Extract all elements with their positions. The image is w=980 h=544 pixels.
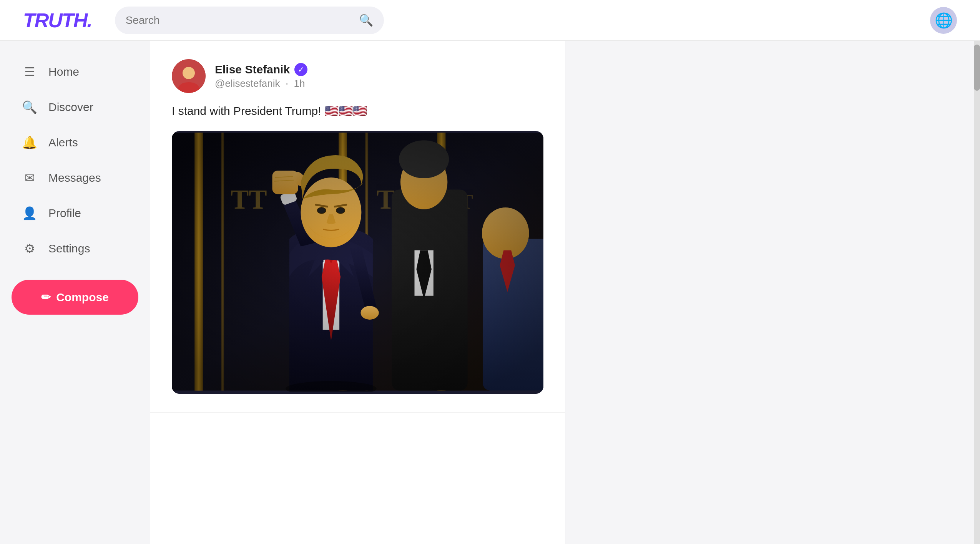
post-image[interactable]: TT TT TT [172, 131, 543, 394]
post-name-row: Elise Stefanik ✓ [215, 63, 307, 76]
alerts-icon: 🔔 [22, 135, 37, 150]
sidebar-item-label: Home [48, 65, 79, 78]
compose-icon: ✏ [41, 290, 51, 304]
sidebar-item-settings[interactable]: ⚙ Settings [12, 233, 138, 264]
sidebar-item-label: Profile [48, 207, 81, 220]
post-handle: @elisestefanik [215, 78, 280, 89]
compose-button[interactable]: ✏ Compose [12, 280, 138, 315]
post-meta: Elise Stefanik ✓ @elisestefanik · 1h [215, 63, 307, 90]
messages-icon: ✉ [22, 171, 37, 185]
right-panel [565, 41, 980, 544]
app-logo: TRUTH. [23, 9, 92, 32]
scrollbar-thumb[interactable] [974, 45, 980, 91]
search-icon: 🔍 [359, 13, 373, 27]
compose-label: Compose [56, 291, 109, 304]
header-right: 🌐 [930, 7, 957, 34]
post-text: I stand with President Trump! 🇺🇸🇺🇸🇺🇸 [172, 102, 543, 119]
settings-icon: ⚙ [22, 241, 37, 256]
sidebar-item-profile[interactable]: 👤 Profile [12, 197, 138, 229]
sidebar: ☰ Home 🔍 Discover 🔔 Alerts ✉ Messages 👤 … [0, 41, 150, 544]
post-image-svg: TT TT TT [172, 131, 543, 392]
avatar-image [172, 59, 206, 93]
svg-rect-35 [172, 133, 543, 391]
post-header: Elise Stefanik ✓ @elisestefanik · 1h [172, 59, 543, 93]
svg-point-1 [183, 67, 195, 79]
search-bar: 🔍 [115, 7, 384, 34]
layout: ☰ Home 🔍 Discover 🔔 Alerts ✉ Messages 👤 … [0, 0, 980, 544]
discover-icon: 🔍 [22, 100, 37, 114]
sidebar-item-label: Settings [48, 242, 90, 255]
sidebar-item-home[interactable]: ☰ Home [12, 56, 138, 88]
search-input[interactable] [126, 14, 353, 27]
home-icon: ☰ [22, 65, 37, 79]
post-timestamp: 1h [294, 78, 305, 89]
post-avatar[interactable] [172, 59, 206, 93]
sidebar-item-label: Messages [48, 171, 101, 184]
sidebar-item-discover[interactable]: 🔍 Discover [12, 91, 138, 123]
header: TRUTH. 🔍 🌐 [0, 0, 980, 41]
avatar-svg [172, 59, 206, 93]
scrollbar[interactable] [974, 41, 980, 544]
profile-icon: 👤 [22, 206, 37, 221]
sidebar-item-label: Alerts [48, 136, 78, 149]
sidebar-item-label: Discover [48, 101, 93, 114]
sidebar-item-alerts[interactable]: 🔔 Alerts [12, 127, 138, 158]
post-handle-time: @elisestefanik · 1h [215, 78, 307, 90]
avatar[interactable]: 🌐 [930, 7, 957, 34]
main-feed: Elise Stefanik ✓ @elisestefanik · 1h I s… [150, 41, 565, 544]
verified-badge: ✓ [294, 63, 307, 76]
sidebar-item-messages[interactable]: ✉ Messages [12, 162, 138, 194]
post-author-name: Elise Stefanik [215, 63, 290, 76]
post: Elise Stefanik ✓ @elisestefanik · 1h I s… [150, 41, 565, 413]
